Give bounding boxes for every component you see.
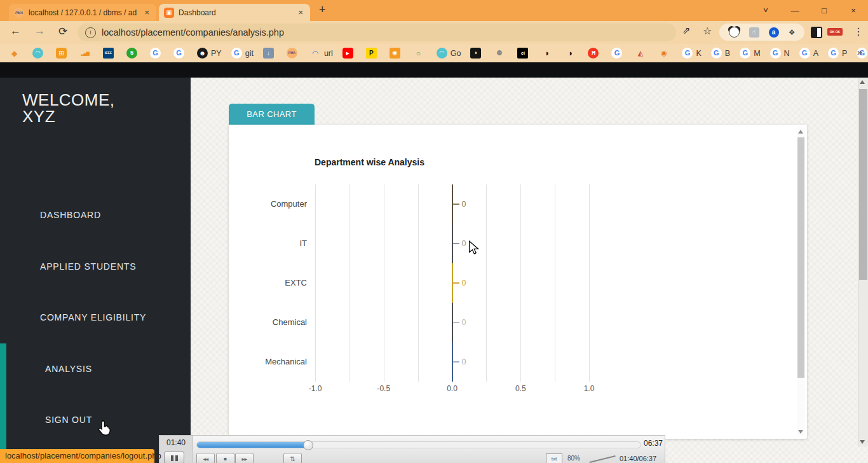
- bookmark-item[interactable]: ⊞: [56, 48, 70, 59]
- sidebar-item[interactable]: DASHBOARD: [0, 190, 191, 241]
- chart-zero-tick: [453, 282, 459, 284]
- alphabet-extension-icon[interactable]: a: [769, 27, 779, 38]
- bookmark-item[interactable]: ▂▄▆: [79, 48, 93, 59]
- share-icon[interactable]: ⇗: [682, 25, 691, 36]
- chart-category-label: Mechanical: [229, 356, 307, 368]
- sidebar-item[interactable]: APPLIED STUDENTS: [0, 241, 191, 293]
- window-maximize-button[interactable]: □: [810, 0, 839, 21]
- bookmark-item[interactable]: G N: [770, 48, 790, 59]
- bookmark-item[interactable]: PMA: [287, 48, 301, 59]
- bookmark-item[interactable]: G git: [231, 48, 254, 59]
- touch-extension-icon[interactable]: ☝: [749, 27, 759, 38]
- sidebar-item[interactable]: ANALYSIS: [0, 343, 191, 395]
- bookmark-item[interactable]: ◠: [32, 48, 46, 59]
- bookmark-item[interactable]: ◭: [635, 48, 649, 59]
- bookmark-star-icon[interactable]: ☆: [703, 25, 712, 37]
- scroll-up-icon[interactable]: [860, 80, 865, 84]
- pause-button[interactable]: [164, 452, 184, 463]
- stop-button[interactable]: ■: [216, 453, 234, 463]
- bookmark-item[interactable]: P: [366, 48, 380, 59]
- bookmark-item[interactable]: ☻ PY: [197, 48, 222, 59]
- window-close-button[interactable]: ×: [839, 0, 868, 21]
- bookmark-item[interactable]: G: [173, 48, 187, 59]
- chart-x-tick-label: 0.0: [437, 384, 468, 393]
- chart-category-label: Computer: [229, 198, 307, 210]
- window-minimize-button[interactable]: —: [780, 0, 810, 21]
- chart-gridline: [555, 184, 555, 382]
- site-top-navbar: [0, 62, 868, 78]
- chart-gridline: [589, 184, 590, 382]
- bookmark-favicon: G: [770, 48, 781, 59]
- bookmark-item[interactable]: G: [611, 48, 625, 59]
- bookmark-favicon: ◉: [658, 48, 669, 59]
- tab-dashboard[interactable]: ▣ Dashboard ×: [159, 4, 310, 21]
- extensions-puzzle-icon[interactable]: ❖: [789, 28, 796, 37]
- reload-button[interactable]: ⟳: [58, 25, 67, 38]
- page-scrollbar[interactable]: [858, 78, 868, 446]
- side-panel-icon[interactable]: [811, 27, 822, 38]
- bookmark-item[interactable]: G P: [828, 48, 847, 59]
- scroll-down-icon[interactable]: [798, 430, 803, 434]
- video-player-overlay: 01:40 06:37 ◀◀ ■ ▶▶ ⇅ txt 80% 01:40/06:3…: [159, 435, 665, 463]
- new-tab-button[interactable]: +: [319, 3, 326, 17]
- next-button[interactable]: ▶▶: [235, 453, 254, 463]
- red-badge-extension-icon[interactable]: OK OK: [827, 28, 843, 36]
- bookmark-item[interactable]: ◉: [658, 48, 672, 59]
- chart-category-label: EXTC: [229, 277, 307, 289]
- card-scrollbar[interactable]: [797, 127, 805, 436]
- address-bar[interactable]: i localhost/placement/companies/analysis…: [78, 24, 676, 41]
- bookmark-item[interactable]: ↓: [263, 48, 277, 59]
- bookmark-item[interactable]: ⚉: [494, 48, 508, 59]
- bookmark-item[interactable]: G B: [711, 48, 730, 59]
- bookmark-item[interactable]: ◑: [541, 48, 555, 59]
- bookmark-item[interactable]: ◑: [564, 48, 578, 59]
- forward-button[interactable]: →: [34, 25, 45, 38]
- site-info-icon[interactable]: i: [85, 27, 96, 38]
- bookmark-favicon: G: [682, 48, 693, 59]
- sidebar-item[interactable]: COMPANY ELIGIBILITY: [0, 292, 191, 343]
- bookmark-item[interactable]: ▶: [342, 48, 356, 59]
- browser-menu-icon[interactable]: ⋮: [853, 25, 864, 38]
- scroll-up-icon[interactable]: [798, 130, 803, 134]
- tab-phpmyadmin[interactable]: PMA localhost / 127.0.0.1 / dbms / ad ×: [9, 4, 156, 21]
- bookmark-item[interactable]: ◉: [390, 48, 403, 59]
- seek-thumb[interactable]: [303, 440, 313, 450]
- bookmark-favicon: ▂▄▆: [79, 48, 90, 59]
- scroll-down-icon[interactable]: [860, 440, 865, 444]
- seek-bar[interactable]: [196, 441, 641, 448]
- bookmark-item[interactable]: ◆: [9, 48, 23, 59]
- card-scrollbar-thumb[interactable]: [797, 137, 804, 378]
- tab-close-icon[interactable]: ×: [296, 8, 305, 17]
- bookmark-label: M: [754, 49, 760, 58]
- page-scrollbar-thumb[interactable]: [859, 89, 867, 280]
- phpmyadmin-favicon: PMA: [14, 8, 24, 18]
- bookmark-item[interactable]: G A: [799, 48, 818, 59]
- bookmark-item[interactable]: 5: [126, 48, 140, 59]
- bookmark-item[interactable]: Я: [588, 48, 602, 59]
- bookmark-item[interactable]: ◗: [470, 48, 484, 59]
- bookmark-favicon: ◭: [635, 48, 646, 59]
- bookmark-favicon: G: [711, 48, 722, 59]
- back-button[interactable]: ←: [10, 25, 21, 38]
- bookmark-favicon: ○: [413, 48, 424, 59]
- bookmark-favicon: ◆: [9, 48, 20, 59]
- tab-close-icon[interactable]: ×: [142, 8, 151, 17]
- bookmark-item[interactable]: IEEE: [103, 48, 117, 59]
- bookmark-item[interactable]: ◠ Go: [437, 48, 461, 59]
- panda-extension-icon[interactable]: [729, 27, 740, 38]
- txt-button[interactable]: txt: [546, 453, 562, 463]
- bookmark-item[interactable]: G M: [740, 48, 760, 59]
- bookmark-item[interactable]: cl: [517, 48, 531, 59]
- pen-tool-icon[interactable]: [589, 452, 616, 462]
- chart-value-label: 0: [462, 317, 466, 328]
- bookmark-item[interactable]: ◠ url: [310, 48, 333, 59]
- bookmark-item[interactable]: ○: [413, 48, 427, 59]
- bookmark-item[interactable]: G K: [682, 48, 701, 59]
- bookmark-item[interactable]: G: [150, 48, 164, 59]
- bookmark-favicon: ◗: [470, 48, 481, 59]
- swap-button[interactable]: ⇅: [283, 453, 302, 463]
- bookmarks-overflow-chevron[interactable]: »: [857, 46, 862, 57]
- previous-button[interactable]: ◀◀: [196, 453, 215, 463]
- browser-menu-chevron-icon[interactable]: ˅: [751, 0, 780, 21]
- tab-bar-chart[interactable]: BAR CHART: [229, 104, 315, 125]
